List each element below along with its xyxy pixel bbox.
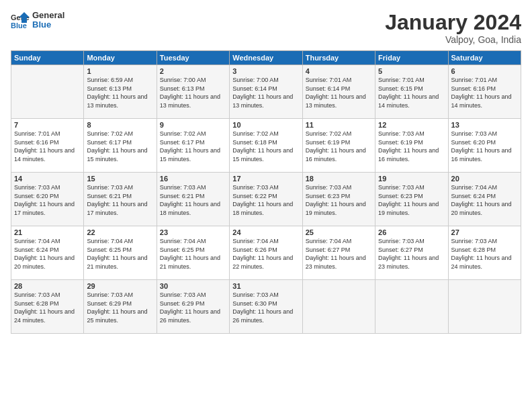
calendar-cell (302, 280, 375, 334)
day-number: 21 (14, 228, 81, 236)
day-number: 31 (232, 282, 299, 290)
day-info: Sunrise: 7:03 AMSunset: 6:28 PMDaylight:… (451, 237, 518, 271)
calendar-cell: 6Sunrise: 7:01 AMSunset: 6:16 PMDaylight… (448, 65, 521, 119)
calendar-cell: 7Sunrise: 7:01 AMSunset: 6:16 PMDaylight… (11, 119, 84, 173)
calendar-cell: 28Sunrise: 7:03 AMSunset: 6:28 PMDayligh… (11, 280, 84, 334)
calendar-cell (375, 280, 448, 334)
header-friday: Friday (375, 51, 448, 65)
calendar-cell: 12Sunrise: 7:03 AMSunset: 6:19 PMDayligh… (375, 119, 448, 173)
header-wednesday: Wednesday (230, 51, 302, 65)
header-tuesday: Tuesday (157, 51, 229, 65)
day-info: Sunrise: 7:03 AMSunset: 6:30 PMDaylight:… (232, 291, 299, 324)
calendar-cell: 30Sunrise: 7:03 AMSunset: 6:29 PMDayligh… (157, 280, 229, 334)
calendar-cell: 3Sunrise: 7:00 AMSunset: 6:14 PMDaylight… (230, 65, 302, 119)
calendar-cell: 22Sunrise: 7:04 AMSunset: 6:25 PMDayligh… (84, 226, 157, 280)
day-number: 28 (14, 282, 81, 290)
logo-general: General (32, 11, 64, 20)
day-info: Sunrise: 7:03 AMSunset: 6:20 PMDaylight:… (451, 130, 518, 163)
title-block: January 2024 Valpoy, Goa, India (385, 11, 521, 45)
day-number: 11 (306, 121, 372, 129)
day-number: 22 (87, 228, 153, 236)
day-info: Sunrise: 7:02 AMSunset: 6:18 PMDaylight:… (232, 130, 299, 163)
calendar-cell: 24Sunrise: 7:04 AMSunset: 6:26 PMDayligh… (230, 226, 302, 280)
calendar-cell: 16Sunrise: 7:03 AMSunset: 6:21 PMDayligh… (157, 173, 229, 226)
day-info: Sunrise: 7:00 AMSunset: 6:14 PMDaylight:… (232, 76, 299, 109)
day-number: 24 (232, 228, 299, 236)
calendar-cell: 13Sunrise: 7:03 AMSunset: 6:20 PMDayligh… (448, 119, 521, 173)
day-number: 4 (306, 67, 372, 75)
day-info: Sunrise: 7:00 AMSunset: 6:13 PMDaylight:… (160, 76, 226, 109)
calendar-cell: 25Sunrise: 7:04 AMSunset: 6:27 PMDayligh… (302, 226, 375, 280)
month-title: January 2024 (385, 11, 521, 34)
header-monday: Monday (84, 51, 157, 65)
day-number: 12 (378, 121, 445, 129)
header-thursday: Thursday (302, 51, 375, 65)
day-info: Sunrise: 7:01 AMSunset: 6:14 PMDaylight:… (306, 76, 372, 109)
calendar-cell: 18Sunrise: 7:03 AMSunset: 6:23 PMDayligh… (302, 173, 375, 226)
calendar-cell: 8Sunrise: 7:02 AMSunset: 6:17 PMDaylight… (84, 119, 157, 173)
day-number: 3 (232, 67, 299, 75)
day-info: Sunrise: 7:02 AMSunset: 6:17 PMDaylight:… (87, 130, 153, 163)
calendar-cell: 15Sunrise: 7:03 AMSunset: 6:21 PMDayligh… (84, 173, 157, 226)
day-info: Sunrise: 7:02 AMSunset: 6:19 PMDaylight:… (306, 130, 372, 163)
day-info: Sunrise: 7:03 AMSunset: 6:19 PMDaylight:… (378, 130, 445, 163)
day-number: 13 (451, 121, 518, 129)
day-info: Sunrise: 7:03 AMSunset: 6:28 PMDaylight:… (14, 291, 81, 324)
calendar-cell (11, 65, 84, 119)
day-number: 14 (14, 175, 81, 183)
calendar-cell: 29Sunrise: 7:03 AMSunset: 6:29 PMDayligh… (84, 280, 157, 334)
day-info: Sunrise: 7:03 AMSunset: 6:29 PMDaylight:… (87, 291, 153, 324)
calendar-cell: 31Sunrise: 7:03 AMSunset: 6:30 PMDayligh… (230, 280, 302, 334)
calendar-cell (448, 280, 521, 334)
day-info: Sunrise: 7:01 AMSunset: 6:16 PMDaylight:… (14, 130, 81, 163)
calendar-cell: 27Sunrise: 7:03 AMSunset: 6:28 PMDayligh… (448, 226, 521, 280)
day-info: Sunrise: 7:01 AMSunset: 6:15 PMDaylight:… (378, 76, 445, 109)
logo-icon: General Blue (11, 11, 30, 30)
day-number: 23 (160, 228, 226, 236)
day-info: Sunrise: 7:03 AMSunset: 6:20 PMDaylight:… (14, 183, 81, 217)
day-info: Sunrise: 7:03 AMSunset: 6:21 PMDaylight:… (160, 183, 226, 217)
weekday-header-row: Sunday Monday Tuesday Wednesday Thursday… (11, 51, 521, 65)
day-number: 20 (451, 175, 518, 183)
day-info: Sunrise: 7:04 AMSunset: 6:25 PMDaylight:… (87, 237, 153, 271)
day-info: Sunrise: 7:04 AMSunset: 6:24 PMDaylight:… (451, 183, 518, 217)
header-saturday: Saturday (448, 51, 521, 65)
header-sunday: Sunday (11, 51, 84, 65)
calendar-cell: 23Sunrise: 7:04 AMSunset: 6:25 PMDayligh… (157, 226, 229, 280)
day-number: 15 (87, 175, 153, 183)
calendar-cell: 14Sunrise: 7:03 AMSunset: 6:20 PMDayligh… (11, 173, 84, 226)
day-info: Sunrise: 7:04 AMSunset: 6:24 PMDaylight:… (14, 237, 81, 271)
calendar-cell: 20Sunrise: 7:04 AMSunset: 6:24 PMDayligh… (448, 173, 521, 226)
calendar-cell: 26Sunrise: 7:03 AMSunset: 6:27 PMDayligh… (375, 226, 448, 280)
day-number: 7 (14, 121, 81, 129)
calendar-week-2: 7Sunrise: 7:01 AMSunset: 6:16 PMDaylight… (11, 119, 521, 173)
day-number: 8 (87, 121, 153, 129)
day-info: Sunrise: 7:04 AMSunset: 6:27 PMDaylight:… (306, 237, 372, 271)
day-info: Sunrise: 7:04 AMSunset: 6:25 PMDaylight:… (160, 237, 226, 271)
calendar-cell: 9Sunrise: 7:02 AMSunset: 6:17 PMDaylight… (157, 119, 229, 173)
day-info: Sunrise: 7:03 AMSunset: 6:29 PMDaylight:… (160, 291, 226, 324)
header: General Blue General Blue January 2024 V… (11, 11, 521, 45)
logo: General Blue General Blue (11, 11, 64, 30)
page-container: General Blue General Blue January 2024 V… (0, 0, 532, 411)
calendar-cell: 5Sunrise: 7:01 AMSunset: 6:15 PMDaylight… (375, 65, 448, 119)
calendar-cell: 11Sunrise: 7:02 AMSunset: 6:19 PMDayligh… (302, 119, 375, 173)
calendar-week-5: 28Sunrise: 7:03 AMSunset: 6:28 PMDayligh… (11, 280, 521, 334)
day-number: 16 (160, 175, 226, 183)
logo-blue: Blue (32, 20, 64, 30)
day-number: 5 (378, 67, 445, 75)
calendar-table: Sunday Monday Tuesday Wednesday Thursday… (11, 50, 521, 334)
day-info: Sunrise: 6:59 AMSunset: 6:13 PMDaylight:… (87, 76, 153, 109)
day-number: 27 (451, 228, 518, 236)
calendar-week-4: 21Sunrise: 7:04 AMSunset: 6:24 PMDayligh… (11, 226, 521, 280)
day-info: Sunrise: 7:03 AMSunset: 6:22 PMDaylight:… (232, 183, 299, 217)
day-info: Sunrise: 7:02 AMSunset: 6:17 PMDaylight:… (160, 130, 226, 163)
day-number: 17 (232, 175, 299, 183)
day-number: 2 (160, 67, 226, 75)
calendar-cell: 1Sunrise: 6:59 AMSunset: 6:13 PMDaylight… (84, 65, 157, 119)
day-info: Sunrise: 7:04 AMSunset: 6:26 PMDaylight:… (232, 237, 299, 271)
day-info: Sunrise: 7:03 AMSunset: 6:23 PMDaylight:… (306, 183, 372, 217)
day-number: 10 (232, 121, 299, 129)
day-info: Sunrise: 7:03 AMSunset: 6:23 PMDaylight:… (378, 183, 445, 217)
calendar-cell: 21Sunrise: 7:04 AMSunset: 6:24 PMDayligh… (11, 226, 84, 280)
